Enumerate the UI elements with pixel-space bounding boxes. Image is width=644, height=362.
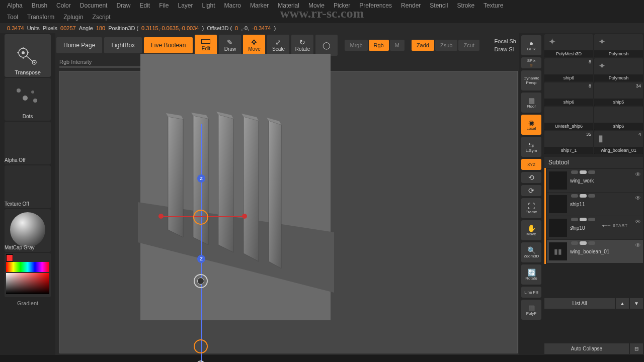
menu-brush[interactable]: Brush: [32, 2, 47, 9]
menu-stencil[interactable]: Stencil: [430, 2, 448, 9]
tool-wing_boolean_01[interactable]: ▮4wing_boolean_01: [594, 131, 643, 154]
tool-UMesh_ship6[interactable]: UMesh_ship6: [544, 107, 593, 130]
menu-render[interactable]: Render: [401, 2, 421, 9]
sv-picker[interactable]: [6, 273, 49, 294]
home-page-button[interactable]: Home Page: [56, 37, 102, 53]
subtool-wing_work[interactable]: wing_work👁: [547, 169, 643, 192]
move-mode-button[interactable]: ✥Move: [243, 35, 265, 56]
subtool-toggle[interactable]: [588, 241, 595, 245]
menu-edit[interactable]: Edit: [139, 2, 150, 9]
gizmo-z-mid[interactable]: Z: [197, 255, 205, 263]
stroke-dots[interactable]: Dots: [5, 78, 51, 121]
spix-button[interactable]: SPix 3: [521, 57, 541, 68]
subtool-toggle[interactable]: [588, 218, 595, 221]
local-button[interactable]: ◉Local: [521, 115, 541, 135]
tool-ship5[interactable]: 34ship5: [594, 82, 643, 106]
bpr-button[interactable]: ●BPR: [521, 35, 541, 55]
tool-PolyMesh3D[interactable]: ✦PolyMesh3D: [544, 34, 593, 57]
polyf-button[interactable]: ▦PolyF: [521, 300, 541, 320]
edit-mode-button[interactable]: Edit: [195, 35, 217, 56]
texture-slot[interactable]: Texture Off: [5, 165, 51, 208]
alpha-slot[interactable]: Alpha Off: [5, 122, 51, 164]
menu-light[interactable]: Light: [202, 2, 215, 9]
gizmo-z-top[interactable]: Z: [197, 174, 205, 183]
menu-macro[interactable]: Macro: [224, 2, 241, 9]
visibility-icon[interactable]: 👁: [635, 195, 641, 202]
tool-ship7_1[interactable]: 35ship7_1: [544, 131, 593, 154]
menu-file[interactable]: File: [159, 2, 169, 9]
menu-material[interactable]: Material: [278, 2, 299, 9]
lightbox-button[interactable]: LightBox: [104, 37, 142, 53]
subtool-toggle[interactable]: [571, 218, 578, 221]
tool-ship6[interactable]: ship6: [594, 107, 643, 130]
axis-b-button[interactable]: ⟳: [521, 185, 541, 196]
auto-collapse-button[interactable]: Auto Collapse: [544, 343, 629, 354]
subtool-toggle[interactable]: [571, 170, 578, 174]
subtool-toggle[interactable]: [580, 218, 587, 221]
tool-Polymesh[interactable]: ✦Polymesh: [594, 58, 643, 81]
viewport[interactable]: Z Z: [59, 71, 518, 353]
menu-document[interactable]: Document: [80, 2, 108, 9]
tool-ship6[interactable]: 8ship6: [544, 58, 593, 81]
menu-alpha[interactable]: Alpha: [7, 2, 23, 9]
move-down-button[interactable]: ▼: [630, 298, 643, 309]
floor-button[interactable]: ▦Floor: [521, 93, 541, 113]
frame-button[interactable]: ⛶Frame: [521, 198, 541, 218]
move-up-button[interactable]: ▲: [616, 298, 629, 309]
menu-layer[interactable]: Layer: [178, 2, 193, 9]
subtool-ship11[interactable]: ship11👁: [547, 193, 643, 216]
mrgb-button[interactable]: Mrgb: [345, 40, 367, 51]
zadd-button[interactable]: Zadd: [412, 40, 434, 51]
lsym-button[interactable]: ⇆L.Sym: [521, 137, 541, 157]
subtool-toggle[interactable]: [571, 194, 578, 198]
transpose-tool[interactable]: Transpose: [5, 34, 51, 77]
visibility-icon[interactable]: 👁: [635, 218, 641, 225]
move-view-button[interactable]: ✋Move: [521, 220, 541, 240]
menu-texture[interactable]: Texture: [484, 2, 503, 9]
hue-slider[interactable]: [6, 262, 49, 272]
subtool-toggle[interactable]: [571, 241, 578, 245]
gizmo-end-ring[interactable]: [194, 339, 208, 353]
material-slot[interactable]: MatCap Gray: [5, 209, 51, 252]
visibility-icon[interactable]: 👁: [635, 171, 641, 178]
m-button[interactable]: M: [390, 40, 405, 51]
tool-Polymesh[interactable]: ✦Polymesh: [594, 34, 643, 57]
draw-mode-button[interactable]: ✎Draw: [219, 35, 241, 56]
subtool-header[interactable]: Subtool: [544, 157, 643, 168]
menu-movie[interactable]: Movie: [308, 2, 325, 9]
lasso-button[interactable]: ◯: [315, 35, 338, 56]
subtool-toggle[interactable]: [580, 241, 587, 245]
axis-a-button[interactable]: ⟲: [521, 172, 541, 183]
menu-zplugin[interactable]: Zplugin: [63, 14, 83, 21]
gizmo-x-handle-left[interactable]: [158, 214, 164, 219]
gizmo-x-handle-right[interactable]: [242, 214, 247, 219]
zsub-button[interactable]: Zsub: [435, 40, 457, 51]
rgb-intensity-slider[interactable]: [59, 66, 150, 68]
xyz-button[interactable]: XYZ: [521, 159, 541, 170]
rotate-view-button[interactable]: 🔄Rotate: [521, 264, 541, 285]
subtool-toggle[interactable]: [580, 170, 587, 174]
live-boolean-button[interactable]: Live Boolean: [144, 37, 193, 53]
menu-transform[interactable]: Transform: [27, 14, 54, 21]
zcut-button[interactable]: Zcut: [458, 40, 479, 51]
menu-tool[interactable]: Tool: [7, 14, 18, 21]
subtool-toggle[interactable]: [580, 194, 587, 198]
subtool-toggle[interactable]: [588, 194, 595, 198]
menu-draw[interactable]: Draw: [116, 2, 130, 9]
visibility-icon[interactable]: 👁: [635, 242, 641, 249]
rotate-mode-button[interactable]: ↻Rotate: [291, 35, 313, 56]
collapse-button[interactable]: ⊟: [630, 343, 643, 354]
menu-preferences[interactable]: Preferences: [359, 2, 392, 9]
subtool-toggle[interactable]: [588, 170, 595, 174]
menu-stroke[interactable]: Stroke: [457, 2, 474, 9]
gizmo-handle-dot[interactable]: [197, 278, 204, 285]
menu-marker[interactable]: Marker: [250, 2, 269, 9]
transpose-gizmo[interactable]: Z Z: [201, 124, 202, 325]
tool-ship6[interactable]: 8ship6: [544, 82, 593, 106]
zoom3d-button[interactable]: 🔍Zoom3D: [521, 242, 541, 262]
gizmo-center-ring[interactable]: [193, 210, 208, 225]
rgb-button[interactable]: Rgb: [369, 40, 389, 51]
color-swatch[interactable]: [6, 254, 13, 261]
persp-button[interactable]: DynamicPersp: [521, 70, 541, 90]
menu-zscript[interactable]: Zscript: [93, 14, 111, 21]
